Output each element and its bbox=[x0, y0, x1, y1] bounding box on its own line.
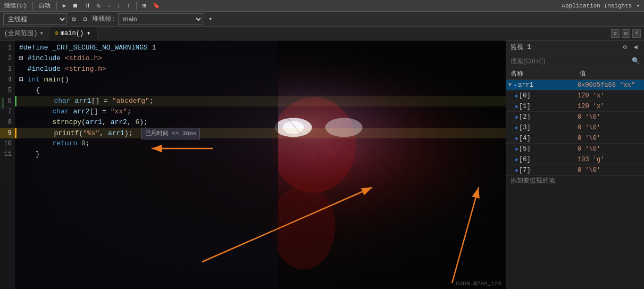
line-num-5: 5 bbox=[0, 85, 15, 96]
toolbar-icon-9[interactable]: 🔖 bbox=[150, 2, 162, 10]
tab-icon: ⊙ bbox=[55, 29, 58, 37]
stack-selector[interactable]: main bbox=[118, 13, 203, 25]
scope-section[interactable]: (全局范围) ▾ bbox=[0, 27, 48, 40]
watch-table-header: 名称 值 bbox=[506, 68, 644, 80]
scope-arrow[interactable]: ▾ bbox=[39, 29, 43, 37]
watch-panel: 监视 1 ⚙ ◀ 🔍 名称 值 ▼ ◈ arr1 bbox=[506, 40, 644, 289]
toolbar-icon-4[interactable]: ↻ bbox=[95, 2, 103, 10]
db-icon-5: ◈ bbox=[515, 146, 518, 152]
code-line-2: ⊟ #include <stdio.h> bbox=[15, 53, 506, 64]
code-editor[interactable]: 1 2 3 4 5 6 7 8 9 10 11 #define _CRT_SEC… bbox=[0, 40, 506, 289]
watch-settings-icon[interactable]: ⚙ bbox=[621, 43, 629, 52]
csdn-watermark: CSDN @ZHA_123 bbox=[456, 280, 501, 287]
tab-ctrl-settings[interactable]: ⚙ bbox=[611, 29, 620, 38]
watch-val-1: 120 'x' bbox=[575, 103, 644, 110]
line-num-10: 10 bbox=[0, 138, 15, 149]
watch-row-3[interactable]: ◈ [3] 0 '\0' bbox=[506, 122, 644, 133]
watch-col-name-header: 名称 bbox=[508, 69, 578, 78]
expand-icon-arr1: ▼ bbox=[508, 82, 512, 88]
scope-label: (全局范围) bbox=[4, 29, 37, 38]
line-num-2: 2 bbox=[0, 53, 15, 64]
db-icon-0: ◈ bbox=[515, 93, 518, 99]
watch-row-7[interactable]: ◈ [7] 0 '\0' bbox=[506, 165, 644, 176]
continue-btn[interactable]: 继续(C) bbox=[2, 1, 29, 10]
tab-ctrl-expand[interactable]: ⊡ bbox=[622, 29, 630, 38]
watch-name-arr1: ▼ ◈ arr1 bbox=[506, 81, 575, 89]
exec-time-badge: 已用时间 <= 36ms bbox=[141, 128, 200, 139]
code-line-7: char arr2[] = "xx"; bbox=[15, 106, 506, 117]
line-num-6: 6 bbox=[0, 96, 15, 106]
toolbar-icon-6[interactable]: ↓ bbox=[115, 2, 123, 10]
toolbar-icon-5[interactable]: → bbox=[105, 2, 113, 10]
toolbar-icon-8[interactable]: ⊞ bbox=[140, 2, 148, 10]
code-line-3: #include <string.h> bbox=[15, 64, 506, 75]
thread-icon-2[interactable]: ⊟ bbox=[81, 15, 89, 23]
watch-val-5: 0 '\0' bbox=[575, 145, 644, 153]
watch-val-arr1: 0x00d5fa68 "xx" bbox=[575, 81, 644, 89]
db-icon-3: ◈ bbox=[515, 125, 518, 131]
code-line-10: return 0; bbox=[15, 138, 506, 149]
watch-val-2: 0 '\0' bbox=[575, 113, 644, 121]
watch-val-6: 103 'g' bbox=[575, 156, 644, 163]
watch-header: 监视 1 ⚙ ◀ bbox=[506, 40, 644, 54]
watch-search-input[interactable] bbox=[511, 57, 630, 65]
db-icon-6: ◈ bbox=[515, 156, 518, 163]
line-num-1: 1 bbox=[0, 43, 15, 53]
code-line-8: strncpy(arr1, arr2, 6); bbox=[15, 117, 506, 128]
tab-label: main() bbox=[61, 30, 83, 37]
main-area: 1 2 3 4 5 6 7 8 9 10 11 #define _CRT_SEC… bbox=[0, 40, 644, 289]
watch-row-5[interactable]: ◈ [5] 0 '\0' bbox=[506, 144, 644, 154]
watch-row-arr1[interactable]: ▼ ◈ arr1 0x00d5fa68 "xx" bbox=[506, 80, 644, 90]
db-icon-4: ◈ bbox=[515, 135, 518, 142]
code-line-11: } bbox=[15, 149, 506, 160]
app-insights-dropdown[interactable]: ▾ bbox=[634, 2, 642, 10]
toolbar-icon-1[interactable]: ▶ bbox=[61, 2, 69, 10]
watch-val-7: 0 '\0' bbox=[575, 167, 644, 174]
code-line-6: char arr1[] = "abcdefg"; bbox=[15, 96, 506, 106]
code-line-1: #define _CRT_SECURE_NO_WARNINGS 1 bbox=[15, 43, 506, 53]
db-icon-7: ◈ bbox=[515, 167, 518, 174]
toolbar-separator bbox=[32, 2, 33, 10]
watch-row-2[interactable]: ◈ [2] 0 '\0' bbox=[506, 112, 644, 122]
line-num-4: 4 bbox=[0, 75, 15, 85]
db-icon-arr1: ◈ bbox=[514, 82, 517, 88]
stack-dropdown-arrow[interactable]: ▾ bbox=[206, 15, 214, 23]
line-num-9: 9 bbox=[0, 128, 15, 138]
code-lines: #define _CRT_SECURE_NO_WARNINGS 1 ⊟ #inc… bbox=[15, 40, 506, 289]
application-insights-label: Application Insights bbox=[562, 3, 632, 9]
watch-val-4: 0 '\0' bbox=[575, 135, 644, 142]
watch-row-0[interactable]: ◈ [0] 120 'x' bbox=[506, 90, 644, 101]
watch-row-1[interactable]: ◈ [1] 120 'x' bbox=[506, 101, 644, 112]
watch-val-0: 120 'x' bbox=[575, 92, 644, 100]
code-line-5: { bbox=[15, 85, 506, 96]
thread-icon-1[interactable]: ⊞ bbox=[70, 15, 78, 23]
watch-val-3: 0 '\0' bbox=[575, 124, 644, 131]
search-icon[interactable]: 🔍 bbox=[632, 57, 640, 65]
db-icon-1: ◈ bbox=[515, 103, 518, 110]
watch-search-bar[interactable]: 🔍 bbox=[506, 54, 644, 68]
toolbar-icon-3[interactable]: ⏸ bbox=[82, 2, 93, 10]
watch-row-4[interactable]: ◈ [4] 0 '\0' bbox=[506, 133, 644, 144]
stack-label: 堆栈帧: bbox=[92, 14, 115, 23]
top-toolbar: 继续(C) 自动 ▶ ⏹ ⏸ ↻ → ↓ ↑ ⊞ 🔖 Application I… bbox=[0, 0, 644, 12]
add-watch-row[interactable]: 添加要监视的项 bbox=[506, 176, 644, 186]
watch-col-value-header: 值 bbox=[578, 69, 642, 78]
toolbar-separator3 bbox=[136, 2, 137, 10]
auto-btn[interactable]: 自动 bbox=[37, 1, 53, 10]
thread-selector[interactable]: 主线程 bbox=[3, 13, 67, 25]
db-icon-2: ◈ bbox=[515, 114, 518, 120]
watch-header-icons: ⚙ ◀ bbox=[621, 43, 640, 52]
tab-arrow[interactable]: ▾ bbox=[87, 29, 90, 37]
watch-row-6[interactable]: ◈ [6] 103 'g' bbox=[506, 154, 644, 165]
watch-rows: ▼ ◈ arr1 0x00d5fa68 "xx" ◈ [0] 120 'x' ◈… bbox=[506, 80, 644, 289]
line-num-3: 3 bbox=[0, 64, 15, 75]
line-num-8: 8 bbox=[0, 117, 15, 128]
tab-ctrl-close[interactable]: × bbox=[632, 29, 641, 38]
toolbar-icon-2[interactable]: ⏹ bbox=[70, 2, 80, 10]
toolbar-separator2 bbox=[56, 2, 57, 10]
code-line-4: ⊟ int main() bbox=[15, 75, 506, 85]
active-tab[interactable]: ⊙ main() ▾ bbox=[48, 27, 98, 40]
watch-back-icon[interactable]: ◀ bbox=[631, 43, 640, 52]
line-num-11: 11 bbox=[0, 149, 15, 160]
toolbar-icon-7[interactable]: ↑ bbox=[124, 2, 132, 10]
